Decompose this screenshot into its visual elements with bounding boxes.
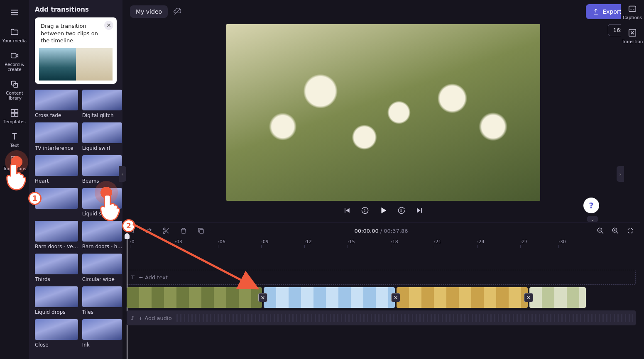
nav-label: Record & create <box>2 62 27 72</box>
transition-item[interactable]: Thirds <box>35 254 78 282</box>
cloud-sync-icon[interactable] <box>173 7 182 16</box>
annotation-hand-2 <box>97 191 125 223</box>
zoom-out-button[interactable] <box>596 226 605 235</box>
annotation-hand-1 <box>3 160 31 193</box>
transition-item[interactable]: Beams <box>82 155 122 184</box>
transition-item[interactable]: Tiles <box>82 286 122 315</box>
add-audio-label: + Add audio <box>138 315 171 321</box>
transition-item[interactable]: Barn doors - h… <box>82 221 122 249</box>
collapse-right-rail-button[interactable]: › <box>617 166 624 182</box>
transition-item[interactable]: Cross fade <box>35 90 78 118</box>
zoom-in-button[interactable] <box>611 226 620 235</box>
help-button[interactable]: ? <box>583 198 599 213</box>
transition-item[interactable]: Close <box>35 319 78 348</box>
fit-button[interactable] <box>626 226 635 235</box>
transitions-panel: Add transitions Drag a transition betwee… <box>29 0 122 359</box>
audio-track[interactable]: ♪ + Add audio <box>127 310 636 325</box>
nav-label: Text <box>10 143 19 148</box>
transition-node[interactable]: ✕ <box>391 293 400 302</box>
export-label: Export <box>602 8 622 15</box>
svg-text:5: 5 <box>400 209 402 212</box>
nav-text[interactable]: Text <box>2 132 27 148</box>
nav-label: Templates <box>3 119 25 125</box>
nav-templates[interactable]: Templates <box>2 108 27 125</box>
panel-title: Add transitions <box>35 6 117 13</box>
transition-item[interactable]: Heart <box>35 155 78 184</box>
svg-line-21 <box>133 224 257 288</box>
menu-button[interactable] <box>8 6 21 19</box>
transition-item[interactable]: Circular wipe <box>82 254 122 282</box>
captions-button[interactable]: Captions <box>623 4 642 20</box>
tip-card: Drag a transition between two clips on t… <box>35 17 117 84</box>
transition-item[interactable]: TV interference <box>35 122 78 151</box>
nav-content-library[interactable]: Content library <box>2 80 27 101</box>
back-5s-button[interactable]: 5 <box>360 206 370 215</box>
tip-preview-graphic <box>39 48 113 81</box>
transition-item[interactable]: Digital glitch <box>82 90 122 118</box>
preview-area: 5 5 <box>122 23 644 219</box>
transition-item[interactable]: Ink <box>82 319 122 348</box>
player-controls: 5 5 <box>226 202 540 219</box>
audio-icon: ♪ <box>131 315 134 321</box>
forward-5s-button[interactable]: 5 <box>397 206 406 215</box>
time-display: 00:00.00 / 00:37.86 <box>355 228 408 234</box>
annotation-arrow <box>125 216 266 299</box>
skip-end-button[interactable] <box>415 206 424 215</box>
svg-rect-6 <box>11 110 14 112</box>
nav-record[interactable]: Record & create <box>2 51 27 72</box>
video-preview[interactable] <box>226 24 540 201</box>
top-bar: My video Export <box>122 0 644 23</box>
svg-rect-5 <box>14 83 17 87</box>
transition-item[interactable]: Liquid drops <box>35 286 78 315</box>
svg-rect-8 <box>11 113 14 116</box>
clip[interactable] <box>529 287 586 308</box>
nav-label: Content library <box>2 90 27 101</box>
collapse-panel-button[interactable]: ‹ <box>119 166 126 182</box>
svg-rect-7 <box>15 110 18 112</box>
transition-item[interactable]: Liquid swirl <box>82 122 122 151</box>
transition-item[interactable] <box>35 188 78 217</box>
transition-node[interactable]: ✕ <box>524 293 533 302</box>
skip-start-button[interactable] <box>342 206 351 215</box>
svg-rect-4 <box>12 81 15 85</box>
project-title[interactable]: My video <box>130 5 168 18</box>
annotation-badge-1: 1 <box>28 192 42 205</box>
tip-close-button[interactable]: ✕ <box>104 21 113 30</box>
transition-item[interactable]: Barn doors - ve… <box>35 221 78 249</box>
collapse-timeline-button[interactable]: ⌄ <box>587 216 598 222</box>
clip[interactable] <box>397 287 528 308</box>
svg-rect-3 <box>11 53 16 58</box>
clip[interactable] <box>264 287 395 308</box>
svg-text:5: 5 <box>364 209 366 212</box>
transition-props-button[interactable]: Transition <box>622 28 643 44</box>
nav-your-media[interactable]: Your media <box>2 27 27 44</box>
svg-rect-14 <box>629 6 636 12</box>
nav-label: Your media <box>2 38 27 44</box>
svg-rect-9 <box>15 113 18 116</box>
tip-text: Drag a transition between two clips on t… <box>41 23 98 44</box>
play-button[interactable] <box>379 206 388 215</box>
